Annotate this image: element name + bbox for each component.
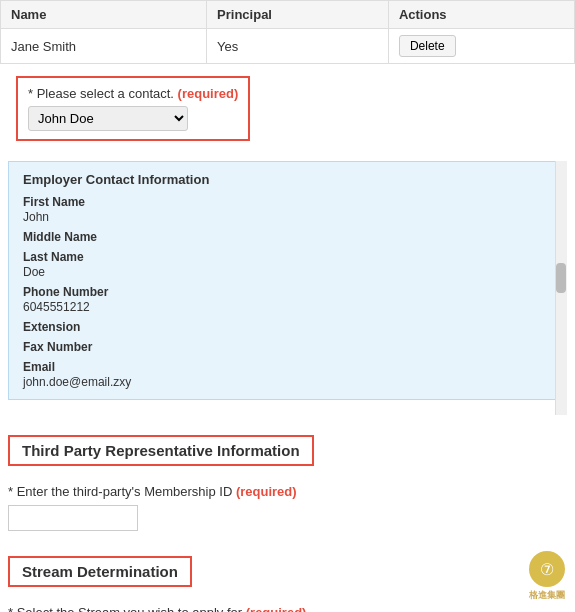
- employer-field-label: First Name: [23, 195, 552, 209]
- third-party-section-header: Third Party Representative Information: [8, 435, 314, 466]
- third-party-section: Third Party Representative Information *…: [0, 425, 575, 531]
- delete-button[interactable]: Delete: [399, 35, 456, 57]
- employer-field-label: Email: [23, 360, 552, 374]
- employer-info-title: Employer Contact Information: [23, 172, 552, 187]
- stream-required-label: * Select the Stream you wish to apply fo…: [8, 605, 567, 612]
- col-header-actions: Actions: [388, 1, 574, 29]
- employer-info-box: Employer Contact Information First NameJ…: [8, 161, 567, 400]
- membership-id-input[interactable]: [8, 505, 138, 531]
- employer-field-value: John: [23, 210, 552, 224]
- scrollbar[interactable]: [555, 161, 567, 415]
- employer-field-label: Fax Number: [23, 340, 552, 354]
- employer-field-label: Phone Number: [23, 285, 552, 299]
- contact-selection-box: * Please select a contact. (required) Jo…: [16, 76, 250, 141]
- cell-action: Delete: [388, 29, 574, 64]
- stream-section: Stream Determination * Select the Stream…: [0, 546, 575, 612]
- employer-field-label: Middle Name: [23, 230, 552, 244]
- employer-field-value: john.doe@email.zxy: [23, 375, 552, 389]
- watermark-logo: ⑦: [529, 551, 565, 587]
- cell-principal: Yes: [207, 29, 389, 64]
- employer-field-value: 6045551212: [23, 300, 552, 314]
- col-header-principal: Principal: [207, 1, 389, 29]
- watermark-text: 格進集團: [529, 589, 565, 602]
- employer-field-label: Extension: [23, 320, 552, 334]
- col-header-name: Name: [1, 1, 207, 29]
- stream-determination-header: Stream Determination: [8, 556, 192, 587]
- employer-field-label: Last Name: [23, 250, 552, 264]
- cell-name: Jane Smith: [1, 29, 207, 64]
- contact-dropdown[interactable]: John Doe: [28, 106, 188, 131]
- employer-field-value: Doe: [23, 265, 552, 279]
- table-row: Jane Smith Yes Delete: [1, 29, 575, 64]
- membership-label: * Enter the third-party's Membership ID …: [8, 484, 567, 499]
- watermark: ⑦ 格進集團: [529, 551, 565, 602]
- contacts-table: Name Principal Actions Jane Smith Yes De…: [0, 0, 575, 64]
- contact-required-label: * Please select a contact. (required): [28, 86, 238, 101]
